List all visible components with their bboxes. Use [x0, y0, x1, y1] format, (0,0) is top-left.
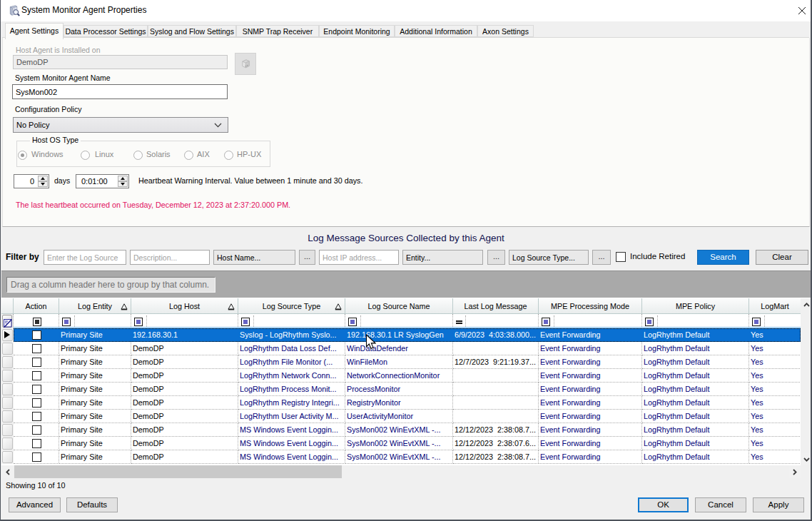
filter-box-icon: [33, 318, 41, 326]
config-policy-value: No Policy: [16, 121, 49, 129]
cell-last-log-message: 12/12/2023 2:38:08.7...: [453, 450, 539, 464]
ok-button[interactable]: OK: [638, 497, 689, 512]
apply-button[interactable]: Apply: [753, 497, 804, 512]
column-header-mpe-processing-mode[interactable]: MPE Processing Mode: [539, 298, 642, 313]
clear-button[interactable]: Clear: [756, 250, 808, 265]
table-row[interactable]: Primary SiteDemoDPLogRhythm Data Loss De…: [1, 342, 801, 355]
row-checkbox[interactable]: [32, 385, 41, 394]
table-row[interactable]: Primary Site192.168.30.1Syslog - LogRhyt…: [1, 328, 801, 342]
log-sources-grid: Drag a column header here to group by th…: [1, 270, 811, 478]
browse-agent-button[interactable]: [235, 53, 256, 75]
column-header-logmart[interactable]: LogMart: [749, 298, 801, 313]
row-checkbox[interactable]: [32, 358, 41, 367]
radio-linux[interactable]: [81, 151, 90, 160]
row-checkbox[interactable]: [32, 371, 41, 380]
interval-value: 0:01:00: [81, 175, 108, 188]
tab-snmp-trap-receiver[interactable]: SNMP Trap Receiver: [236, 25, 319, 37]
scroll-up-button[interactable]: [801, 298, 812, 310]
scroll-down-button[interactable]: [801, 453, 812, 465]
filter-separator: [360, 315, 361, 327]
days-spinner[interactable]: 0: [14, 174, 49, 188]
table-row[interactable]: Primary SiteDemoDPLogRhythm Registry Int…: [1, 396, 801, 410]
row-checkbox[interactable]: [32, 412, 41, 421]
host-name-picker-button[interactable]: ...: [299, 250, 315, 265]
scroll-right-button[interactable]: [789, 465, 801, 478]
host-name-filter-field[interactable]: Host Name...: [213, 250, 295, 265]
column-header-log-entity[interactable]: Log Entity: [59, 298, 131, 313]
cell-last-log-message: [453, 396, 539, 410]
spin-down-icon[interactable]: [38, 181, 48, 187]
advanced-button[interactable]: Advanced: [9, 497, 61, 512]
cell-log-source-type: MS Windows Event Loggin...: [238, 437, 345, 450]
table-row[interactable]: Primary SiteDemoDPLogRhythm Network Conn…: [1, 369, 801, 383]
row-checkbox[interactable]: [32, 425, 41, 435]
spin-up-icon[interactable]: [118, 176, 128, 181]
radio-aix[interactable]: [184, 151, 193, 160]
tab-data-processor-settings[interactable]: Data Processor Settings: [64, 25, 148, 37]
cell-last-log-message: 12/12/2023 2:38:08.7...: [453, 423, 539, 437]
table-row[interactable]: Primary SiteDemoDPLogRhythm User Activit…: [1, 410, 801, 423]
cell-log-source-name: NetworkConnectionMonitor: [345, 369, 453, 383]
defaults-button[interactable]: Defaults: [66, 497, 118, 512]
tab-endpoint-monitoring[interactable]: Endpoint Monitoring: [319, 25, 395, 37]
interval-spinner[interactable]: 0:01:00: [76, 174, 129, 188]
table-row[interactable]: Primary SiteDemoDPLogRhythm File Monitor…: [1, 355, 801, 369]
row-checkbox[interactable]: [32, 398, 41, 408]
tab-syslog-and-flow-settings[interactable]: Syslog and Flow Settings: [148, 25, 236, 37]
chevron-down-icon: [214, 123, 222, 128]
scroll-left-button[interactable]: [2, 465, 14, 478]
table-row[interactable]: Primary SiteDemoDPMS Windows Event Loggi…: [1, 450, 801, 464]
entity-filter-field[interactable]: Entity...: [402, 250, 483, 265]
column-header-log-source-type[interactable]: Log Source Type: [238, 298, 345, 313]
row-checkbox[interactable]: [32, 344, 41, 353]
vertical-scrollbar[interactable]: [801, 298, 812, 465]
cell-action: [14, 328, 59, 342]
column-header-mpe-policy[interactable]: MPE Policy: [642, 298, 749, 313]
include-retired-checkbox[interactable]: [616, 252, 626, 262]
column-header-last-log-message[interactable]: Last Log Message: [453, 298, 539, 313]
filter-by-label: Filter by: [6, 252, 39, 262]
row-checkbox[interactable]: [32, 452, 41, 462]
cell-log-host: DemoDP: [131, 396, 238, 410]
cell-log-host: DemoDP: [131, 355, 238, 369]
log-source-type-picker-button[interactable]: ...: [592, 250, 611, 265]
chevron-up-icon: [803, 303, 810, 307]
clear-filter-cell[interactable]: [1, 314, 14, 328]
tab-additional-information[interactable]: Additional Information: [395, 25, 477, 37]
row-checkbox[interactable]: [32, 330, 41, 340]
column-header-label: Log Source Name: [367, 302, 430, 310]
cell-log-host: DemoDP: [131, 369, 238, 383]
cell-log-source-name: RegistryMonitor: [345, 396, 453, 410]
search-button[interactable]: Search: [697, 250, 749, 265]
description-filter-input[interactable]: Description...: [130, 250, 210, 265]
horizontal-scrollbar-thumb[interactable]: [14, 465, 342, 478]
column-header-action[interactable]: Action: [14, 298, 59, 313]
radio-windows[interactable]: [18, 151, 27, 160]
entity-picker-button[interactable]: ...: [487, 250, 505, 265]
cell-log-host: DemoDP: [131, 450, 238, 464]
table-row[interactable]: Primary SiteDemoDPMS Windows Event Loggi…: [1, 423, 801, 437]
cell-action: [14, 410, 59, 423]
tab-agent-settings[interactable]: Agent Settings: [5, 23, 64, 39]
host-ip-filter-input[interactable]: Host IP address...: [319, 250, 399, 265]
tab-axon-settings[interactable]: Axon Settings: [477, 25, 534, 37]
spin-up-icon[interactable]: [38, 176, 48, 181]
days-value: 0: [30, 175, 34, 188]
column-header-log-host[interactable]: Log Host: [131, 298, 238, 313]
radio-hp-ux[interactable]: [224, 151, 233, 160]
radio-solaris[interactable]: [133, 151, 143, 160]
table-row[interactable]: Primary SiteDemoDPLogRhythm Process Moni…: [1, 383, 801, 396]
filter-box-icon: [542, 318, 550, 326]
row-checkbox[interactable]: [32, 439, 41, 448]
column-header-log-source-name[interactable]: Log Source Name: [345, 298, 453, 313]
config-policy-select[interactable]: No Policy: [13, 117, 228, 133]
cancel-button[interactable]: Cancel: [695, 497, 746, 512]
agent-name-input[interactable]: SysMon002: [12, 84, 228, 99]
close-icon[interactable]: [794, 3, 810, 19]
log-source-filter-input[interactable]: Enter the Log Source: [44, 250, 126, 265]
table-row[interactable]: Primary SiteDemoDPMS Windows Event Loggi…: [1, 437, 801, 450]
cell-log-source-type: MS Windows Event Loggin...: [238, 423, 345, 437]
log-source-type-filter-field[interactable]: Log Source Type...: [509, 250, 589, 265]
spin-down-icon[interactable]: [118, 181, 128, 187]
column-header-label: Log Entity: [78, 302, 112, 310]
